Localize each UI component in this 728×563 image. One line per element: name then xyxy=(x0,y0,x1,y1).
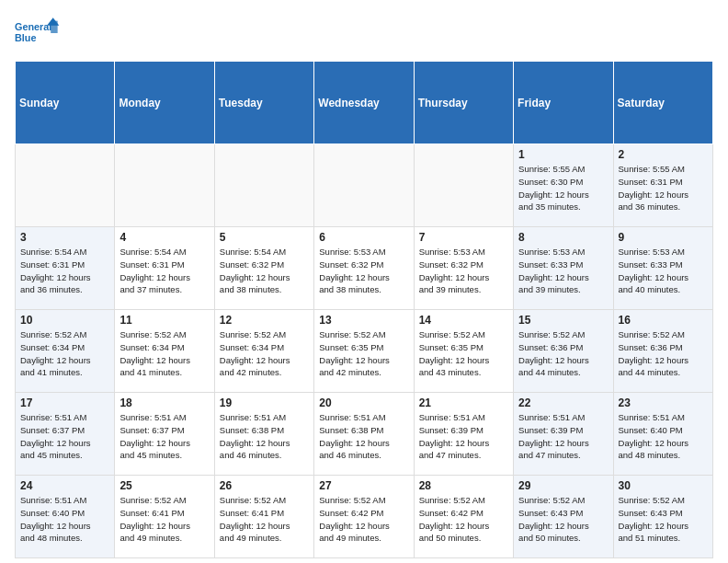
day-info: Sunrise: 5:52 AMSunset: 6:36 PMDaylight:… xyxy=(518,328,608,379)
calendar-cell: 8Sunrise: 5:53 AMSunset: 6:33 PMDaylight… xyxy=(514,227,613,310)
logo: General Blue xyxy=(15,15,61,52)
day-number: 4 xyxy=(119,231,209,244)
svg-text:Blue: Blue xyxy=(15,32,36,43)
calendar-cell: 5Sunrise: 5:54 AMSunset: 6:32 PMDaylight… xyxy=(214,227,313,310)
day-info: Sunrise: 5:51 AMSunset: 6:37 PMDaylight:… xyxy=(119,411,209,462)
calendar-cell: 13Sunrise: 5:52 AMSunset: 6:35 PMDayligh… xyxy=(314,310,414,393)
day-info: Sunrise: 5:51 AMSunset: 6:39 PMDaylight:… xyxy=(419,411,508,462)
day-number: 29 xyxy=(518,479,608,492)
calendar-cell: 2Sunrise: 5:55 AMSunset: 6:31 PMDaylight… xyxy=(613,144,712,227)
day-number: 13 xyxy=(319,314,408,327)
calendar-cell: 29Sunrise: 5:52 AMSunset: 6:43 PMDayligh… xyxy=(514,476,613,558)
calendar-cell: 9Sunrise: 5:53 AMSunset: 6:33 PMDaylight… xyxy=(613,227,712,310)
col-header-sunday: Sunday xyxy=(16,62,115,144)
day-number: 15 xyxy=(518,314,608,327)
day-info: Sunrise: 5:52 AMSunset: 6:35 PMDaylight:… xyxy=(319,328,408,379)
calendar-cell: 30Sunrise: 5:52 AMSunset: 6:43 PMDayligh… xyxy=(613,476,712,558)
calendar-cell: 15Sunrise: 5:52 AMSunset: 6:36 PMDayligh… xyxy=(514,310,613,393)
day-info: Sunrise: 5:52 AMSunset: 6:35 PMDaylight:… xyxy=(419,328,508,379)
day-number: 25 xyxy=(119,479,209,492)
col-header-thursday: Thursday xyxy=(414,62,513,144)
day-info: Sunrise: 5:51 AMSunset: 6:39 PMDaylight:… xyxy=(518,411,608,462)
week-row-1: 1Sunrise: 5:55 AMSunset: 6:30 PMDaylight… xyxy=(16,144,713,227)
day-number: 11 xyxy=(119,314,209,327)
calendar-cell xyxy=(414,144,513,227)
week-row-5: 24Sunrise: 5:51 AMSunset: 6:40 PMDayligh… xyxy=(16,476,713,558)
calendar-cell: 24Sunrise: 5:51 AMSunset: 6:40 PMDayligh… xyxy=(16,476,115,558)
calendar-cell: 19Sunrise: 5:51 AMSunset: 6:38 PMDayligh… xyxy=(214,393,313,476)
day-number: 7 xyxy=(419,231,508,244)
calendar-cell xyxy=(314,144,414,227)
calendar-cell: 4Sunrise: 5:54 AMSunset: 6:31 PMDaylight… xyxy=(115,227,214,310)
calendar-cell: 21Sunrise: 5:51 AMSunset: 6:39 PMDayligh… xyxy=(414,393,513,476)
day-number: 9 xyxy=(619,231,708,244)
day-info: Sunrise: 5:51 AMSunset: 6:38 PMDaylight:… xyxy=(319,411,408,462)
day-number: 23 xyxy=(619,396,708,409)
calendar-cell xyxy=(16,144,115,227)
calendar-cell: 25Sunrise: 5:52 AMSunset: 6:41 PMDayligh… xyxy=(115,476,214,558)
day-number: 21 xyxy=(419,396,508,409)
day-number: 2 xyxy=(619,148,708,161)
day-info: Sunrise: 5:52 AMSunset: 6:41 PMDaylight:… xyxy=(220,494,309,545)
col-header-wednesday: Wednesday xyxy=(314,62,414,144)
week-row-3: 10Sunrise: 5:52 AMSunset: 6:34 PMDayligh… xyxy=(16,310,713,393)
day-number: 20 xyxy=(319,396,408,409)
day-info: Sunrise: 5:53 AMSunset: 6:33 PMDaylight:… xyxy=(619,246,708,296)
svg-text:General: General xyxy=(15,21,51,32)
day-number: 3 xyxy=(20,231,109,244)
day-number: 17 xyxy=(20,396,109,409)
logo-svg: General Blue xyxy=(15,15,61,52)
calendar-cell: 12Sunrise: 5:52 AMSunset: 6:34 PMDayligh… xyxy=(214,310,313,393)
day-info: Sunrise: 5:53 AMSunset: 6:32 PMDaylight:… xyxy=(319,246,408,296)
header-row: SundayMondayTuesdayWednesdayThursdayFrid… xyxy=(16,62,713,144)
calendar-cell: 23Sunrise: 5:51 AMSunset: 6:40 PMDayligh… xyxy=(613,393,712,476)
day-number: 8 xyxy=(518,231,608,244)
day-info: Sunrise: 5:52 AMSunset: 6:34 PMDaylight:… xyxy=(220,328,309,379)
calendar-table: SundayMondayTuesdayWednesdayThursdayFrid… xyxy=(15,61,713,558)
col-header-monday: Monday xyxy=(115,62,214,144)
day-info: Sunrise: 5:52 AMSunset: 6:43 PMDaylight:… xyxy=(518,494,608,545)
day-number: 16 xyxy=(619,314,708,327)
calendar-cell: 11Sunrise: 5:52 AMSunset: 6:34 PMDayligh… xyxy=(115,310,214,393)
calendar-cell: 26Sunrise: 5:52 AMSunset: 6:41 PMDayligh… xyxy=(214,476,313,558)
calendar-cell: 6Sunrise: 5:53 AMSunset: 6:32 PMDaylight… xyxy=(314,227,414,310)
day-info: Sunrise: 5:51 AMSunset: 6:37 PMDaylight:… xyxy=(20,411,109,462)
calendar-cell: 16Sunrise: 5:52 AMSunset: 6:36 PMDayligh… xyxy=(613,310,712,393)
calendar-cell: 22Sunrise: 5:51 AMSunset: 6:39 PMDayligh… xyxy=(514,393,613,476)
day-info: Sunrise: 5:52 AMSunset: 6:42 PMDaylight:… xyxy=(319,494,408,545)
day-info: Sunrise: 5:54 AMSunset: 6:32 PMDaylight:… xyxy=(220,246,309,296)
day-number: 10 xyxy=(20,314,109,327)
day-info: Sunrise: 5:53 AMSunset: 6:32 PMDaylight:… xyxy=(419,246,508,296)
day-number: 18 xyxy=(119,396,209,409)
day-info: Sunrise: 5:51 AMSunset: 6:40 PMDaylight:… xyxy=(20,494,109,545)
calendar-cell: 28Sunrise: 5:52 AMSunset: 6:42 PMDayligh… xyxy=(414,476,513,558)
day-info: Sunrise: 5:54 AMSunset: 6:31 PMDaylight:… xyxy=(119,246,209,296)
day-info: Sunrise: 5:54 AMSunset: 6:31 PMDaylight:… xyxy=(20,246,109,296)
day-info: Sunrise: 5:52 AMSunset: 6:43 PMDaylight:… xyxy=(619,494,708,545)
calendar-cell: 17Sunrise: 5:51 AMSunset: 6:37 PMDayligh… xyxy=(16,393,115,476)
day-info: Sunrise: 5:52 AMSunset: 6:34 PMDaylight:… xyxy=(20,328,109,379)
day-info: Sunrise: 5:51 AMSunset: 6:38 PMDaylight:… xyxy=(220,411,309,462)
calendar-cell: 27Sunrise: 5:52 AMSunset: 6:42 PMDayligh… xyxy=(314,476,414,558)
day-number: 6 xyxy=(319,231,408,244)
week-row-4: 17Sunrise: 5:51 AMSunset: 6:37 PMDayligh… xyxy=(16,393,713,476)
calendar-cell: 14Sunrise: 5:52 AMSunset: 6:35 PMDayligh… xyxy=(414,310,513,393)
day-info: Sunrise: 5:51 AMSunset: 6:40 PMDaylight:… xyxy=(619,411,708,462)
day-number: 27 xyxy=(319,479,408,492)
day-number: 22 xyxy=(518,396,608,409)
calendar-cell: 7Sunrise: 5:53 AMSunset: 6:32 PMDaylight… xyxy=(414,227,513,310)
col-header-saturday: Saturday xyxy=(613,62,712,144)
calendar-cell: 20Sunrise: 5:51 AMSunset: 6:38 PMDayligh… xyxy=(314,393,414,476)
day-number: 1 xyxy=(518,148,608,161)
day-info: Sunrise: 5:55 AMSunset: 6:31 PMDaylight:… xyxy=(619,163,708,213)
calendar-cell xyxy=(115,144,214,227)
col-header-tuesday: Tuesday xyxy=(214,62,313,144)
day-number: 5 xyxy=(220,231,309,244)
col-header-friday: Friday xyxy=(514,62,613,144)
day-info: Sunrise: 5:52 AMSunset: 6:36 PMDaylight:… xyxy=(619,328,708,379)
day-info: Sunrise: 5:52 AMSunset: 6:41 PMDaylight:… xyxy=(119,494,209,545)
calendar-cell: 3Sunrise: 5:54 AMSunset: 6:31 PMDaylight… xyxy=(16,227,115,310)
day-info: Sunrise: 5:55 AMSunset: 6:30 PMDaylight:… xyxy=(518,163,608,213)
day-number: 26 xyxy=(220,479,309,492)
day-number: 24 xyxy=(20,479,109,492)
